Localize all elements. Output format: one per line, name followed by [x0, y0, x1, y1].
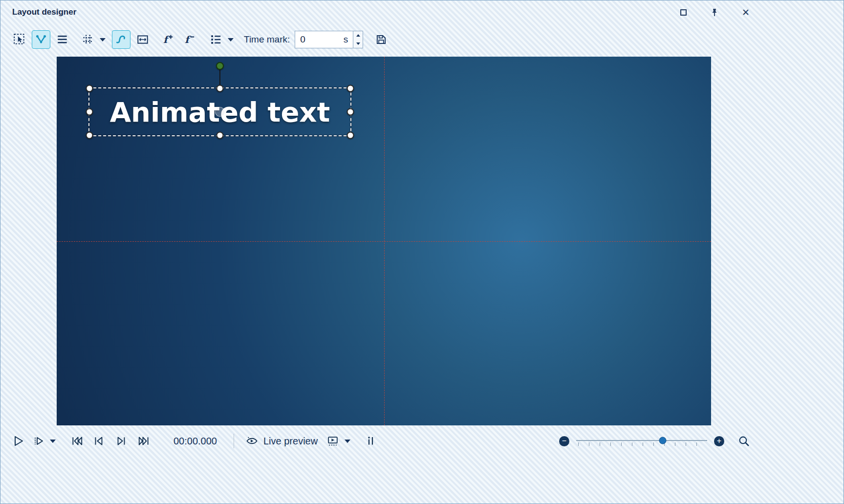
alignment-lines-icon: [56, 33, 69, 46]
preview-monitor-dropdown-button[interactable]: [343, 432, 352, 450]
window-title: Layout designer: [12, 7, 76, 17]
transform-frame-icon: [136, 33, 149, 46]
separator: [234, 434, 234, 448]
resize-handle-top-right[interactable]: [347, 85, 354, 92]
chevron-down-icon: [228, 38, 234, 42]
resize-handle-bottom-right[interactable]: [347, 132, 354, 139]
title-bar: Layout designer ✕: [0, 0, 844, 24]
rotation-handle[interactable]: [216, 62, 224, 70]
transform-frame-button[interactable]: [133, 30, 152, 49]
plus-icon: +: [717, 437, 721, 445]
selected-text-element[interactable]: Animated text: [88, 87, 351, 136]
chevron-down-icon: [356, 42, 360, 45]
show-motion-path-button[interactable]: [32, 30, 50, 49]
previous-frame-button[interactable]: [91, 434, 106, 448]
time-mark-value: 0: [300, 34, 344, 45]
live-preview-button[interactable]: [245, 434, 260, 448]
chevron-down-icon: [50, 440, 56, 443]
live-preview-eye-icon: [245, 435, 259, 447]
grid-button[interactable]: [79, 30, 97, 49]
toolbar: f f Time mark: 0: [0, 30, 844, 49]
layout-designer-window: Layout designer ✕: [0, 0, 844, 504]
grid-dropdown-button[interactable]: [98, 30, 107, 49]
zoom-slider[interactable]: [576, 434, 707, 448]
skip-to-start-button[interactable]: [70, 434, 85, 448]
play-button[interactable]: [11, 434, 26, 448]
live-preview-label: Live preview: [263, 436, 318, 447]
playback-levels-button[interactable]: [364, 434, 378, 448]
save-layout-button[interactable]: [372, 30, 390, 49]
preview-monitor-button[interactable]: [325, 434, 340, 448]
resize-handle-middle-right[interactable]: [347, 108, 354, 116]
remove-keyframe-icon: f: [183, 33, 196, 46]
time-display: 00:00.000: [173, 436, 217, 447]
time-mark-label: Time mark:: [244, 34, 290, 45]
add-keyframe-button[interactable]: f: [159, 30, 177, 49]
select-tool-icon: [13, 33, 26, 46]
resize-handle-top-center[interactable]: [216, 85, 224, 92]
motion-path-icon: [35, 33, 47, 46]
zoom-fit-button[interactable]: [737, 434, 751, 448]
skip-to-start-icon: [71, 435, 84, 447]
object-list-icon: [210, 33, 222, 46]
magnifier-icon: [738, 435, 750, 447]
resize-handle-bottom-left[interactable]: [86, 132, 93, 139]
time-mark-step-up-button[interactable]: [353, 31, 363, 40]
resize-handle-bottom-center[interactable]: [216, 132, 224, 139]
alignment-lines-button[interactable]: [53, 30, 72, 49]
window-controls: ✕: [678, 7, 751, 17]
minus-icon: −: [562, 437, 566, 445]
select-tool-button[interactable]: [10, 30, 29, 49]
center-guide-horizontal: [57, 241, 711, 242]
zoom-controls: − +: [559, 434, 751, 448]
smooth-curve-button[interactable]: [112, 30, 130, 49]
time-mark-input[interactable]: 0 s: [295, 31, 353, 48]
resize-handle-middle-left[interactable]: [86, 108, 93, 116]
object-list-dropdown-button[interactable]: [226, 30, 235, 49]
chevron-down-icon: [345, 440, 350, 443]
skip-to-end-button[interactable]: [136, 434, 151, 448]
element-center-marker: [215, 107, 225, 117]
smooth-curve-icon: [115, 33, 128, 46]
levels-icon: [365, 435, 377, 447]
skip-to-end-icon: [137, 435, 150, 447]
grid-icon: [82, 33, 94, 46]
zoom-slider-ticks: [578, 442, 706, 446]
save-icon: [375, 33, 388, 46]
zoom-slider-track[interactable]: [576, 440, 707, 441]
maximize-icon: [680, 9, 687, 16]
next-frame-icon: [115, 435, 128, 447]
play-from-marker-button[interactable]: [32, 434, 46, 448]
previous-frame-icon: [92, 435, 105, 447]
resize-handle-top-left[interactable]: [86, 85, 93, 92]
time-mark-unit: s: [344, 34, 348, 45]
add-keyframe-icon: f: [162, 33, 174, 46]
play-icon: [12, 435, 25, 447]
chevron-down-icon: [100, 38, 106, 42]
time-mark-spinner: [353, 31, 363, 48]
chevron-up-icon: [356, 34, 360, 37]
zoom-out-button[interactable]: −: [559, 436, 569, 446]
pin-button[interactable]: [710, 7, 719, 17]
design-canvas[interactable]: Animated text: [57, 57, 711, 425]
close-button[interactable]: ✕: [741, 7, 751, 17]
pin-icon: [710, 8, 719, 17]
time-mark-step-down-button[interactable]: [353, 40, 363, 48]
svg-text:f: f: [185, 34, 192, 45]
maximize-button[interactable]: [678, 7, 688, 17]
preview-monitor-icon: [327, 435, 339, 447]
zoom-in-button[interactable]: +: [714, 436, 724, 446]
close-icon: ✕: [742, 7, 750, 18]
play-options-dropdown-button[interactable]: [48, 432, 57, 450]
play-from-marker-icon: [33, 435, 45, 447]
next-frame-button[interactable]: [114, 434, 129, 448]
object-list-button[interactable]: [207, 30, 225, 49]
zoom-slider-thumb[interactable]: [659, 437, 666, 444]
svg-text:f: f: [163, 34, 170, 45]
transport-bar: 00:00.000 Live preview: [0, 425, 844, 457]
remove-keyframe-button[interactable]: f: [180, 30, 199, 49]
